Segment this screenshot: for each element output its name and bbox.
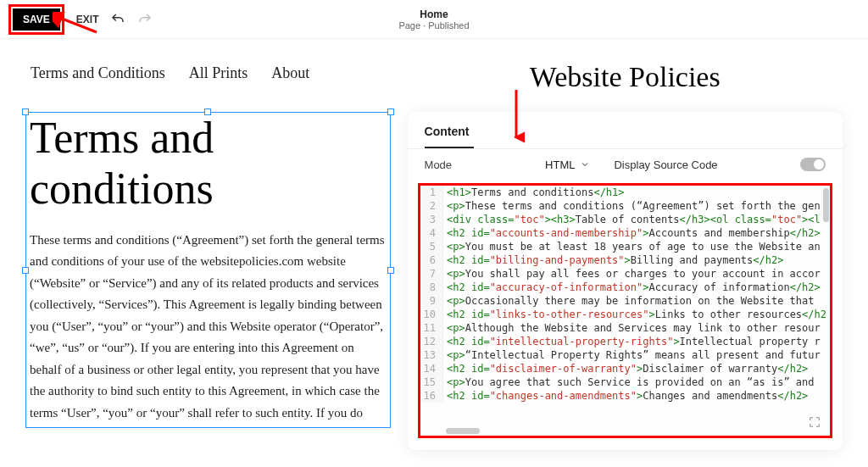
content-panel: Content Mode HTML Display Source Code 1<… — [408, 112, 843, 450]
annotation-arrow-save — [53, 12, 103, 37]
chevron-down-icon — [580, 159, 590, 170]
redo-icon[interactable] — [137, 12, 153, 27]
annotation-arrow-panel — [508, 88, 525, 147]
code-line[interactable]: 2<p>These terms and conditions (“Agreeme… — [420, 199, 830, 213]
expand-icon[interactable] — [808, 415, 821, 429]
selection-handle[interactable] — [22, 267, 29, 274]
code-line[interactable]: 10<h2 id="links-to-other-resources">Link… — [420, 308, 830, 321]
nav-item-about[interactable]: About — [271, 64, 309, 82]
selection-handle[interactable] — [387, 108, 394, 115]
undo-icon[interactable] — [110, 12, 125, 27]
mode-row: Mode HTML Display Source Code — [408, 149, 843, 180]
document-heading[interactable]: Terms and conditions — [26, 113, 390, 230]
code-line[interactable]: 1<h1>Terms and conditions</h1> — [420, 186, 830, 199]
code-line[interactable]: 14<h2 id="disclaimer-of-warranty">Discla… — [420, 362, 830, 375]
code-line[interactable]: 11<p>Although the Website and Services m… — [420, 321, 830, 335]
code-editor[interactable]: 1<h1>Terms and conditions</h1>2<p>These … — [420, 186, 830, 436]
nav-item-prints[interactable]: All Prints — [189, 64, 248, 82]
code-line[interactable]: 12<h2 id="intellectual-property-rights">… — [420, 335, 830, 348]
display-source-toggle[interactable] — [800, 158, 826, 171]
code-line[interactable]: 15<p>You agree that such Service is prov… — [420, 375, 830, 389]
site-nav: Terms and Conditions All Prints About — [25, 64, 391, 82]
annotation-code-highlight: 1<h1>Terms and conditions</h1>2<p>These … — [418, 183, 832, 438]
mode-value: HTML — [545, 158, 575, 171]
scrollbar-vertical[interactable] — [823, 188, 829, 222]
code-line[interactable]: 16<h2 id="changes-and-amendments">Change… — [420, 389, 830, 403]
selection-handle[interactable] — [22, 108, 29, 115]
display-source-label: Display Source Code — [614, 158, 717, 171]
code-line[interactable]: 5<p>You must be at least 18 years of age… — [420, 240, 830, 253]
editor-topbar: SAVE EXIT Home Page · Published — [0, 0, 868, 39]
code-line[interactable]: 8<h2 id="accuracy-of-information">Accura… — [420, 281, 830, 294]
code-line[interactable]: 3<div class="toc"><h3>Table of contents<… — [420, 213, 830, 226]
selection-handle[interactable] — [204, 108, 211, 115]
panel-tab-content[interactable]: Content — [408, 125, 487, 147]
scrollbar-horizontal[interactable] — [446, 428, 480, 434]
selected-text-block[interactable]: Terms and conditions These terms and con… — [25, 112, 391, 428]
nav-item-terms[interactable]: Terms and Conditions — [31, 64, 165, 82]
svg-line-1 — [58, 17, 97, 32]
selection-handle[interactable] — [387, 267, 394, 274]
page-title: Home — [398, 8, 469, 20]
page-meta: Home Page · Published — [398, 8, 469, 31]
canvas-left: Terms and Conditions All Prints About Te… — [25, 39, 391, 450]
mode-select[interactable]: HTML — [545, 158, 590, 171]
mode-label: Mode — [425, 158, 453, 171]
canvas-right: Website Policies Content Mode HTML Displ… — [408, 39, 843, 450]
code-line[interactable]: 9<p>Occasionally there may be informatio… — [420, 294, 830, 308]
page-status: Page · Published — [398, 20, 469, 31]
right-heading: Website Policies — [408, 61, 843, 93]
document-body[interactable]: These terms and conditions (“Agreement”)… — [26, 230, 390, 425]
code-line[interactable]: 13<p>“Intellectual Property Rights” mean… — [420, 348, 830, 362]
code-line[interactable]: 7<p>You shall pay all fees or charges to… — [420, 267, 830, 281]
code-line[interactable]: 6<h2 id="billing-and-payments">Billing a… — [420, 253, 830, 267]
code-line[interactable]: 4<h2 id="accounts-and-membership">Accoun… — [420, 226, 830, 240]
